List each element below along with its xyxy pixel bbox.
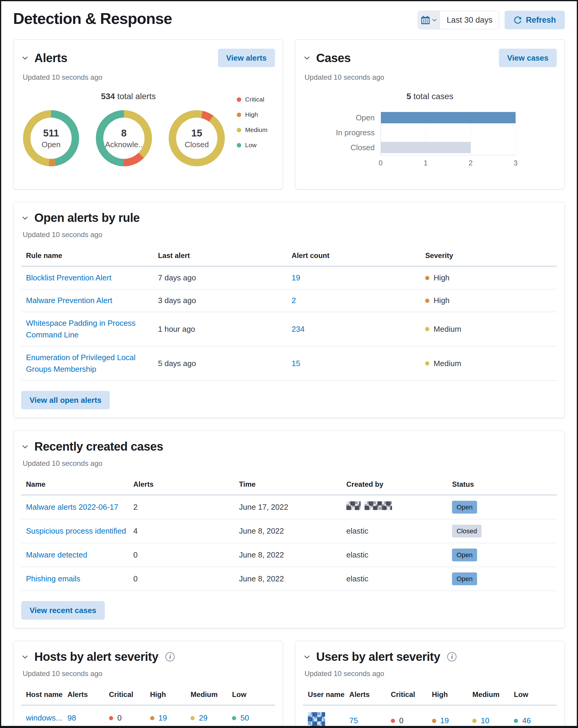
col-header-name: Name (26, 480, 133, 489)
case-time-cell: June 17, 2022 (239, 501, 346, 513)
date-range-picker[interactable]: Last 30 days (418, 11, 499, 29)
info-icon[interactable]: i (447, 652, 456, 661)
col-header-critical: Critical (391, 691, 432, 699)
alert-count-link[interactable]: 19 (292, 273, 300, 282)
rule-name-link[interactable]: Blocklist Prevention Alert (26, 272, 111, 284)
axis-tick-label: 1 (424, 159, 427, 167)
medium-count-link[interactable]: 10 (481, 715, 489, 727)
high-count-link[interactable]: 19 (440, 715, 449, 727)
status-badge[interactable]: Open (452, 549, 477, 562)
alerts-count-link[interactable]: 75 (349, 716, 358, 725)
low-count-link[interactable]: 50 (240, 712, 249, 724)
info-icon[interactable]: i (165, 652, 175, 661)
collapse-chevron-icon[interactable] (21, 443, 29, 450)
alert-count-link[interactable]: 234 (292, 324, 305, 334)
case-name-link[interactable]: Malware detected (26, 550, 87, 559)
critical-count-link[interactable]: 0 (399, 715, 403, 727)
recently-created-cases-panel: Recently created cases Updated 10 second… (13, 431, 565, 628)
table-row: Blocklist Prevention Alert 7 days ago 19… (21, 267, 557, 289)
table-row: windows... 98 0 19 29 50 (21, 706, 275, 728)
detection-response-dashboard: Detection & Response Last 30 days Refres… (0, 0, 578, 728)
rule-name-link[interactable]: Malware Prevention Alert (26, 295, 112, 306)
table-row: 75 0 19 10 46 (303, 706, 557, 728)
status-badge[interactable]: Open (452, 501, 477, 514)
col-header-created-by: Created by (346, 480, 452, 489)
open-alerts-by-rule-panel: Open alerts by rule Updated 10 seconds a… (13, 202, 565, 418)
alert-status-donut[interactable]: 15 Closed (169, 110, 225, 166)
view-alerts-button[interactable]: View alerts (218, 49, 275, 67)
col-header-medium: Medium (472, 691, 514, 699)
case-alert-count-cell: 4 (133, 525, 239, 537)
case-status-bar[interactable] (381, 112, 516, 123)
view-cases-button[interactable]: View cases (499, 49, 557, 67)
table-row: Malware alerts 2022-06-17 2 June 17, 202… (21, 495, 557, 519)
case-name-link[interactable]: Phishing emails (26, 574, 80, 583)
collapse-chevron-icon[interactable] (21, 54, 29, 62)
cases-title: Cases (316, 51, 350, 65)
alert-count-link[interactable]: 2 (292, 296, 296, 305)
collapse-chevron-icon[interactable] (303, 54, 311, 62)
case-status-bar[interactable] (381, 142, 471, 153)
alerts-count-link[interactable]: 98 (68, 713, 76, 722)
date-range-value[interactable]: Last 30 days (440, 11, 499, 29)
severity-cell: Medium (425, 323, 552, 335)
view-recent-cases-button[interactable]: View recent cases (21, 601, 105, 620)
col-header-status: Status (452, 480, 552, 489)
col-header-high: High (150, 691, 191, 699)
critical-count-link[interactable]: 0 (117, 712, 122, 724)
legend-dot-icon (237, 143, 241, 148)
refresh-icon (514, 16, 522, 24)
alerts-panel: Alerts View alerts Updated 10 seconds ag… (13, 40, 283, 189)
status-badge[interactable]: Closed (452, 525, 481, 538)
case-alert-count-cell: 0 (133, 573, 239, 585)
low-count-link[interactable]: 46 (522, 715, 531, 727)
medium-count-link[interactable]: 29 (199, 712, 208, 724)
refresh-button[interactable]: Refresh (504, 11, 565, 29)
legend-item[interactable]: High (237, 111, 275, 118)
page-header: Detection & Response Last 30 days Refres… (1, 1, 577, 40)
alert-count-link[interactable]: 15 (292, 359, 300, 368)
alerts-title: Alerts (34, 51, 67, 65)
legend-dot-icon (237, 97, 241, 102)
col-header-rule-name: Rule name (26, 252, 158, 260)
users-title: Users by alert severity (316, 650, 440, 664)
case-name-link[interactable]: Suspicious process identified (26, 526, 126, 536)
legend-item[interactable]: Critical (237, 96, 275, 103)
total-cases-label: 5 total cases (303, 92, 557, 101)
rule-name-link[interactable]: Enumeration of Privileged Local Groups M… (26, 352, 154, 375)
low-dot-icon (514, 719, 518, 723)
last-alert-cell: 3 days ago (158, 295, 292, 306)
last-alert-cell: 5 days ago (158, 358, 292, 369)
collapse-chevron-icon[interactable] (303, 653, 311, 661)
donut-count: 511 (43, 128, 59, 139)
col-header-host-name: Host name (26, 691, 68, 699)
legend-item[interactable]: Low (237, 141, 275, 149)
axis-tick-label: 2 (469, 159, 473, 167)
legend-item[interactable]: Medium (237, 126, 275, 133)
col-header-last-alert: Last alert (158, 252, 292, 260)
col-header-low: Low (232, 691, 270, 699)
donut-status-label: Closed (185, 140, 209, 149)
table-row: Malware detected 0 June 8, 2022 elastic (21, 543, 557, 567)
case-status-label: Open (324, 110, 380, 125)
alert-status-donut[interactable]: 8 Acknowle... (96, 110, 152, 166)
rule-name-link[interactable]: Whitespace Padding in Process Command Li… (26, 317, 154, 341)
case-alert-count-cell: 0 (133, 549, 239, 561)
created-by-cell (346, 501, 452, 513)
case-status-label: Closed (324, 140, 380, 155)
col-header-time: Time (239, 480, 346, 489)
cases-panel: Cases View cases Updated 10 seconds ago … (295, 40, 565, 189)
status-badge[interactable]: Open (452, 572, 477, 585)
high-count-link[interactable]: 19 (159, 712, 167, 724)
view-all-open-alerts-button[interactable]: View all open alerts (21, 391, 110, 409)
date-picker-menu-button[interactable] (418, 11, 440, 29)
col-header-alerts: Alerts (349, 691, 391, 699)
calendar-icon (421, 16, 430, 24)
case-name-link[interactable]: Malware alerts 2022-06-17 (26, 502, 118, 512)
severity-dot-icon (425, 361, 429, 365)
collapse-chevron-icon[interactable] (21, 214, 29, 222)
collapse-chevron-icon[interactable] (21, 653, 29, 661)
open-alerts-table: Rule name Last alert Alert count Severit… (21, 252, 557, 381)
alert-status-donut[interactable]: 511 Open (23, 110, 79, 166)
host-name-link[interactable]: windows... (26, 713, 62, 722)
